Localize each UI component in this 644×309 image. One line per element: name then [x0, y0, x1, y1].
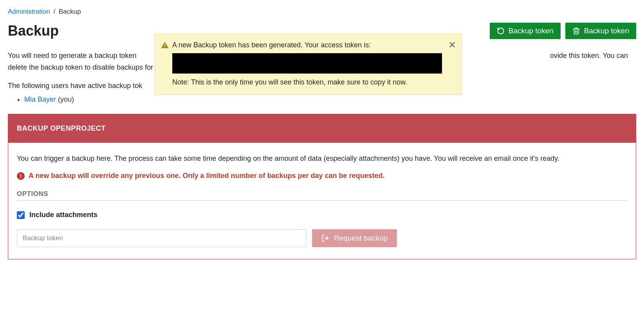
breadcrumb-separator: /	[53, 8, 55, 15]
warning-line: ! A new backup will override any previou…	[17, 172, 627, 180]
svg-rect-2	[164, 47, 165, 48]
token-value-redacted	[172, 53, 442, 74]
refresh-icon	[497, 27, 505, 35]
panel-body: You can trigger a backup here. The proce…	[8, 143, 636, 259]
breadcrumb-root-link[interactable]: Administration	[8, 8, 50, 15]
button-label: Backup token	[584, 27, 629, 35]
warning-icon	[161, 41, 169, 51]
page-title: Backup	[8, 23, 59, 39]
panel-header: BACKUP OPENPROJECT	[8, 114, 636, 143]
warning-text: A new backup will override any previous …	[29, 172, 385, 180]
trash-icon	[572, 27, 580, 35]
regenerate-backup-token-button[interactable]: Backup token	[490, 23, 561, 39]
include-attachments-checkbox[interactable]	[17, 211, 25, 219]
user-list: Mia Bayer (you)	[24, 95, 636, 104]
toast-note: Note: This is the only time you will see…	[172, 78, 442, 86]
breadcrumb-current: Backup	[59, 8, 81, 15]
include-attachments-row: Include attachments	[17, 211, 627, 219]
toast-title: A new Backup token has been generated. Y…	[172, 41, 442, 49]
export-icon	[321, 234, 329, 242]
user-list-item: Mia Bayer (you)	[24, 95, 636, 104]
header-actions: Backup token Backup token	[490, 23, 636, 39]
backup-token-input[interactable]	[17, 229, 307, 247]
close-icon: ✕	[448, 40, 456, 50]
exclamation-icon: !	[17, 172, 25, 180]
user-link[interactable]: Mia Bayer	[24, 95, 56, 103]
request-backup-button[interactable]: Request backup	[312, 229, 397, 247]
button-label: Request backup	[334, 234, 388, 243]
token-toast: ✕ A new Backup token has been generated.…	[155, 34, 462, 95]
panel-description: You can trigger a backup here. The proce…	[17, 153, 627, 165]
request-row: Request backup	[17, 229, 627, 247]
options-heading: OPTIONS	[17, 190, 627, 201]
svg-rect-1	[164, 44, 165, 46]
you-suffix: (you)	[58, 95, 74, 103]
breadcrumb: Administration / Backup	[8, 8, 636, 16]
button-label: Backup token	[509, 27, 554, 35]
include-attachments-label[interactable]: Include attachments	[29, 211, 97, 219]
close-toast-button[interactable]: ✕	[448, 40, 456, 50]
backup-panel: BACKUP OPENPROJECT You can trigger a bac…	[8, 114, 636, 259]
delete-backup-token-button[interactable]: Backup token	[565, 23, 636, 39]
